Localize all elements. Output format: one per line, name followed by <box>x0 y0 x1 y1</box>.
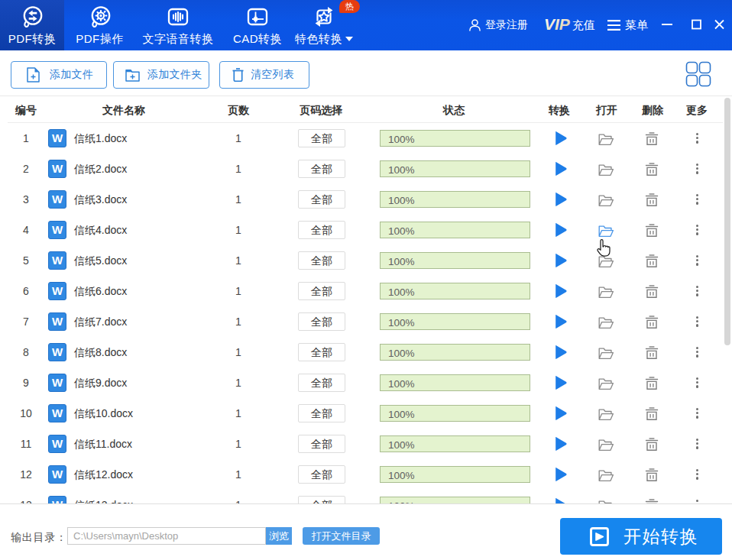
svg-text:VIP: VIP <box>544 16 571 33</box>
